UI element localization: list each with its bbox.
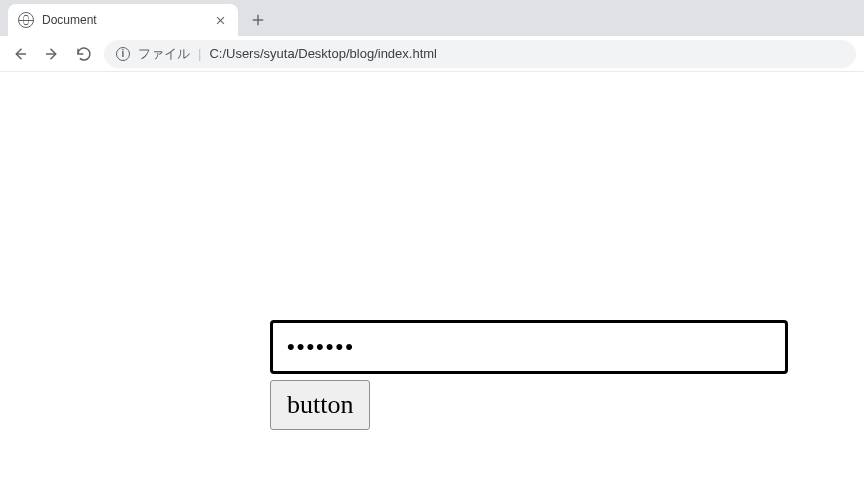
forward-button[interactable] [40, 42, 64, 66]
info-icon: i [116, 47, 130, 61]
new-tab-button[interactable] [244, 6, 272, 34]
url-scheme-label: ファイル [138, 45, 190, 63]
browser-toolbar: i ファイル | C:/Users/syuta/Desktop/blog/ind… [0, 36, 864, 72]
back-button[interactable] [8, 42, 32, 66]
form: button [270, 320, 788, 430]
separator: | [198, 46, 201, 61]
page-content: button [0, 72, 864, 502]
password-input[interactable] [270, 320, 788, 374]
submit-button[interactable]: button [270, 380, 370, 430]
reload-button[interactable] [72, 42, 96, 66]
tab-title: Document [42, 13, 212, 27]
browser-tab-strip: Document [0, 0, 864, 36]
address-bar[interactable]: i ファイル | C:/Users/syuta/Desktop/blog/ind… [104, 40, 856, 68]
globe-icon [18, 12, 34, 28]
browser-tab[interactable]: Document [8, 4, 238, 36]
close-tab-button[interactable] [212, 12, 228, 28]
url-text: C:/Users/syuta/Desktop/blog/index.html [209, 46, 437, 61]
